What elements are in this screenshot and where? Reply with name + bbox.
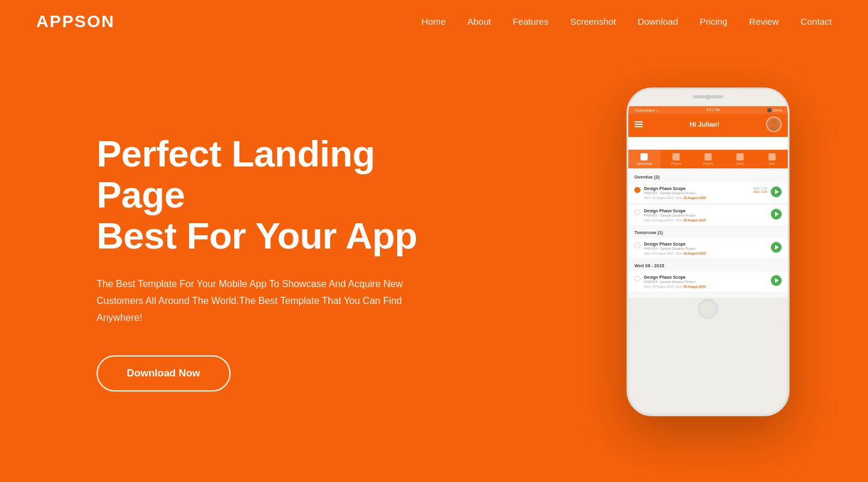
task-project: PWF003 - Sample Detailed Project [644, 191, 750, 195]
hero-section: Perfect Landing Page Best For Your App T… [0, 43, 868, 481]
app-greeting: Hi Julian! [628, 114, 788, 137]
task-info: Design Phase Scope PWF003 - Sample Detai… [644, 275, 767, 288]
hero-title-line2: Best For Your App [97, 215, 417, 256]
svg-point-0 [771, 120, 776, 125]
phone-camera [706, 95, 710, 100]
hero-title-line1: Perfect Landing Page [97, 133, 375, 215]
due-date-red: 10-August-2015 [683, 285, 706, 288]
tab-due-label: Due [769, 162, 775, 165]
task-info: Design Phase Scope PWF003 - Sample Detai… [644, 186, 750, 200]
alloc-orange: Alloc: 0:00 [753, 190, 767, 194]
play-button[interactable] [771, 209, 782, 220]
play-button[interactable] [771, 186, 782, 197]
nav-link-screenshot[interactable]: Screenshot [570, 16, 616, 27]
section-overdue-header: Overdue (2) [628, 172, 788, 182]
nav-item-home[interactable]: Home [421, 16, 445, 27]
task-dates: Start: 10-August-2015 · Due: 10-August-2… [644, 252, 767, 255]
phone-outer: ProWorkflow ☆ 4:21 PM ⬛ 100% Hi Julian! [627, 87, 790, 416]
download-now-button[interactable]: Download Now [97, 355, 231, 392]
avatar [766, 116, 782, 132]
due-date-red: 10-August-2015 [683, 252, 706, 255]
project-icon [672, 153, 680, 160]
tab-upcoming[interactable]: Upcoming [628, 150, 660, 168]
section-tomorrow-header: Tomorrow (1) [628, 227, 788, 237]
hero-title: Perfect Landing Page Best For Your App [97, 133, 471, 257]
tab-project[interactable]: Project [660, 150, 692, 168]
play-button[interactable] [771, 242, 782, 253]
priority-icon [704, 153, 712, 160]
task-name: Design Phase Scope [644, 275, 767, 279]
due-date-red: 10-August-2015 [683, 196, 706, 200]
checkmark-icon: ✓ [636, 188, 639, 192]
phone-mockup: ProWorkflow ☆ 4:21 PM ⬛ 100% Hi Julian! [627, 87, 796, 425]
tab-start[interactable]: Start [724, 150, 756, 168]
tab-priority-label: Priority [703, 162, 713, 165]
search-placeholder: search tasks [646, 139, 669, 144]
tab-project-label: Project [671, 162, 681, 165]
task-dates: Start: 10-August-2015 · Due: 10-August-2… [644, 196, 750, 200]
nav-link-about[interactable]: About [467, 16, 491, 27]
nav-link-features[interactable]: Features [512, 16, 548, 27]
nav-link-contact[interactable]: Contact [800, 16, 832, 27]
status-right: ⬛ 100% [767, 108, 782, 112]
phone-top-bar [628, 89, 788, 106]
start-icon [736, 153, 744, 160]
hero-text: Perfect Landing Page Best For Your App T… [97, 133, 471, 392]
upcoming-icon [640, 153, 648, 160]
task-alloc: Alloc: 1:30 Alloc: 0:00 [753, 186, 767, 194]
task-name: Design Phase Scope [644, 242, 767, 246]
task-name: Design Phase Scope [644, 209, 767, 213]
task-item[interactable]: Design Phase Scope PWF003 - Sample Detai… [628, 238, 788, 259]
tab-due[interactable]: Due [756, 150, 788, 168]
nav-link-review[interactable]: Review [749, 16, 779, 27]
app-status-bar: ProWorkflow ☆ 4:21 PM ⬛ 100% [628, 106, 788, 114]
logo[interactable]: APPSON [36, 12, 115, 31]
task-item[interactable]: ✓ Design Phase Scope PWF003 - Sample Det… [628, 183, 788, 204]
svg-point-1 [770, 126, 778, 131]
nav-item-contact[interactable]: Contact [800, 16, 832, 27]
nav-item-download[interactable]: Download [638, 16, 678, 27]
task-dates: Start: 10-August-2015 · Due: 10-August-2… [644, 285, 767, 288]
nav-link-home[interactable]: Home [421, 16, 445, 27]
task-list: Overdue (2) ✓ Design Phase Scope PWF003 … [628, 168, 788, 297]
due-date-red: 10-August-2015 [683, 218, 706, 222]
home-button[interactable] [698, 299, 718, 319]
tab-start-label: Start [736, 162, 744, 165]
task-checkbox-checked[interactable]: ✓ [634, 187, 640, 193]
play-icon [775, 189, 779, 194]
navbar: APPSON Home About Features Screenshot Do… [0, 0, 868, 43]
tab-priority[interactable]: Priority [692, 150, 724, 168]
section-wed-header: Wed 08 - 2015 [628, 261, 788, 270]
app-tabs: Upcoming Project Priority Start [628, 150, 788, 168]
play-icon [775, 278, 779, 283]
menu-icon[interactable] [634, 121, 643, 127]
nav-link-download[interactable]: Download [638, 16, 678, 27]
task-item[interactable]: Design Phase Scope PWF003 - Sample Detai… [628, 271, 788, 293]
task-name: Design Phase Scope [644, 186, 750, 191]
task-item[interactable]: Design Phase Scope PWF003 - Sample Detai… [628, 205, 788, 226]
play-icon [775, 212, 779, 217]
task-checkbox[interactable] [634, 209, 640, 215]
phone-bottom [628, 297, 788, 320]
nav-item-review[interactable]: Review [749, 16, 779, 27]
nav-link-pricing[interactable]: Pricing [700, 16, 727, 27]
task-checkbox[interactable] [634, 276, 640, 282]
nav-item-pricing[interactable]: Pricing [700, 16, 727, 27]
search-icon [639, 139, 643, 144]
search-bar[interactable]: search tasks [634, 137, 782, 146]
tab-upcoming-label: Upcoming [637, 162, 652, 165]
play-button[interactable] [771, 275, 782, 286]
task-dates: Start: 10-August-2015 · Due: 10-August-2… [644, 218, 767, 222]
task-info: Design Phase Scope PWF003 - Sample Detai… [644, 209, 767, 222]
nav-links: Home About Features Screenshot Download … [421, 16, 832, 27]
task-project: PWF003 - Sample Detailed Project [644, 280, 767, 284]
task-checkbox[interactable] [634, 243, 640, 249]
nav-item-features[interactable]: Features [512, 16, 548, 27]
greeting-text: Hi Julian! [689, 121, 720, 128]
status-time: 4:21 PM [706, 108, 720, 112]
due-icon [768, 153, 776, 160]
task-project: PWF003 - Sample Detailed Project [644, 214, 767, 217]
status-left: ProWorkflow ☆ [634, 108, 659, 112]
nav-item-screenshot[interactable]: Screenshot [570, 16, 616, 27]
nav-item-about[interactable]: About [467, 16, 491, 27]
